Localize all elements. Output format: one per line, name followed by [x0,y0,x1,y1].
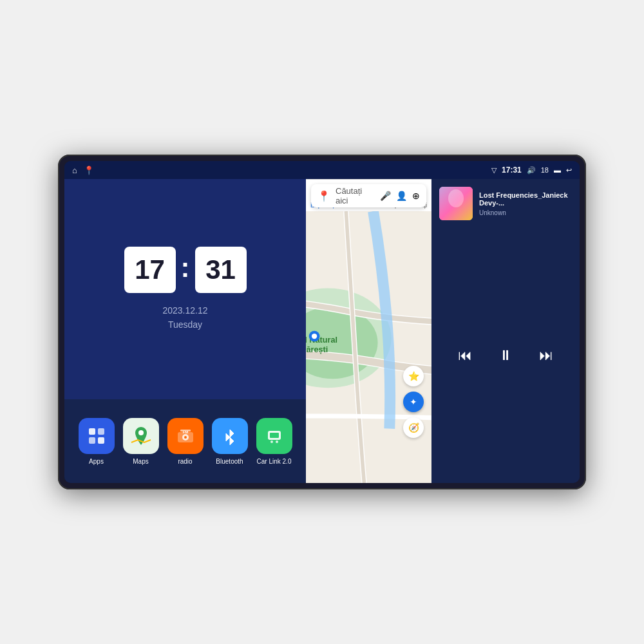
app-item-bluetooth[interactable]: Bluetooth [212,418,248,465]
device-screen: ⌂ 📍 ▽ 17:31 🔊 18 ▬ ↩ 17 : [64,161,580,483]
map-search-text[interactable]: Căutați aici [336,186,375,205]
app-shortcuts-row: Apps Maps [64,399,306,483]
svg-text:Văcărești: Văcărești [306,345,328,354]
svg-rect-3 [98,437,104,444]
clock-minute: 31 [195,247,247,293]
battery-icon: ▬ [554,166,561,174]
clock-date: 2023.12.12 Tuesday [162,303,207,332]
map-search-actions: 🎤 👤 ⊕ [380,191,420,201]
status-bar: ⌂ 📍 ▽ 17:31 🔊 18 ▬ ↩ [64,161,580,179]
play-pause-button[interactable]: ⏸ [498,347,513,364]
main-area: 17 : 31 2023.12.12 Tuesday [64,179,580,483]
carlink-icon [256,418,292,454]
left-panel: 17 : 31 2023.12.12 Tuesday [64,179,306,483]
radio-icon: FM [167,418,204,454]
account-icon[interactable]: 👤 [396,191,407,201]
home-icon[interactable]: ⌂ [72,166,77,175]
signal-icon: ▽ [491,166,497,175]
svg-point-13 [276,440,278,443]
right-side: 📍 Căutați aici 🎤 👤 ⊕ [306,179,580,483]
maps-label: Maps [133,458,148,465]
map-container[interactable]: 📍 Căutați aici 🎤 👤 ⊕ [306,179,431,483]
svg-point-12 [270,440,273,443]
map-compass-button[interactable]: 🧭 [403,417,424,438]
device-frame: ⌂ 📍 ▽ 17:31 🔊 18 ▬ ↩ 17 : [58,155,586,489]
svg-rect-2 [89,437,95,444]
battery-level: 18 [541,166,549,174]
map-locate-button[interactable]: ✦ [403,392,424,412]
music-info: Lost Frequencies_Janieck Devy-... Unknow… [431,179,580,228]
clock-display: 17 : 31 [124,247,247,293]
status-time: 17:31 [502,166,522,175]
top-row: 📍 Căutați aici 🎤 👤 ⊕ [306,179,580,483]
music-thumbnail [439,187,473,220]
volume-icon: 🔊 [527,166,536,175]
bluetooth-icon [212,418,248,454]
status-left-icons: ⌂ 📍 [72,166,94,175]
svg-rect-1 [98,428,104,435]
svg-rect-0 [89,428,95,435]
music-artist: Unknown [479,209,572,216]
carlink-label: Car Link 2.0 [257,458,292,465]
map-visual: Parcul Natural Văcărești Leroy Merlin BU… [306,211,431,483]
radio-label: radio [178,458,192,465]
apps-label: Apps [89,458,104,465]
svg-point-4 [138,430,144,435]
svg-text:FM: FM [182,430,188,434]
maps-status-icon[interactable]: 📍 [84,166,94,175]
clock-colon: : [181,252,190,283]
app-item-carlink[interactable]: Car Link 2.0 [256,418,292,465]
back-button[interactable]: ↩ [566,166,572,175]
svg-point-31 [448,189,464,207]
status-right: ▽ 17:31 🔊 18 ▬ ↩ [491,166,572,175]
prev-button[interactable]: ⏮ [458,347,472,364]
apps-icon [79,418,115,454]
layers-icon[interactable]: ⊕ [412,191,420,201]
bluetooth-label: Bluetooth [216,458,243,465]
app-item-maps[interactable]: Maps [123,418,159,465]
clock-widget: 17 : 31 2023.12.12 Tuesday [64,179,306,399]
app-item-radio[interactable]: FM radio [167,418,204,465]
music-panel: Lost Frequencies_Janieck Devy-... Unknow… [431,179,580,483]
app-item-apps[interactable]: Apps [79,418,115,465]
google-maps-pin-icon: 📍 [317,190,330,202]
svg-point-7 [184,436,187,439]
music-text: Lost Frequencies_Janieck Devy-... Unknow… [479,191,572,216]
map-star-button[interactable]: ⭐ [403,366,424,386]
clock-hour: 17 [124,247,176,293]
music-controls: ⏮ ⏸ ⏭ [431,228,580,483]
mic-icon[interactable]: 🎤 [380,191,391,201]
maps-icon [123,418,159,454]
svg-point-28 [312,334,317,339]
music-title: Lost Frequencies_Janieck Devy-... [479,191,572,207]
next-button[interactable]: ⏭ [539,347,553,364]
svg-rect-11 [270,433,279,438]
map-search-bar[interactable]: 📍 Căutați aici 🎤 👤 ⊕ [311,184,426,207]
